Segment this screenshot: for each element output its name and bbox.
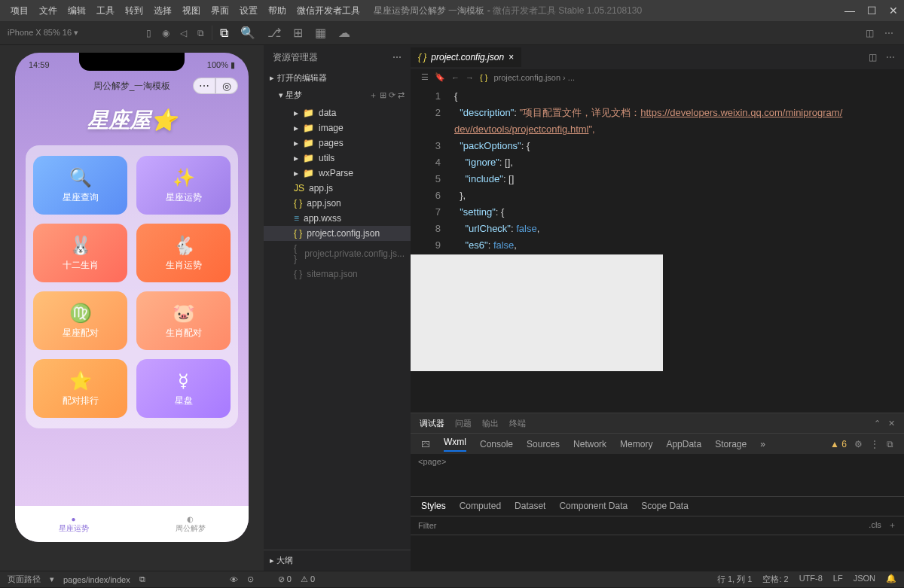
dbg-tab-output[interactable]: 输出 xyxy=(482,418,499,429)
devtab-more-icon[interactable]: » xyxy=(760,439,765,449)
menu-tools[interactable]: 工具 xyxy=(92,3,119,19)
minimize-icon[interactable]: — xyxy=(844,5,855,17)
explorer-icon[interactable]: ⧉ xyxy=(220,26,228,40)
bc-bookmark-icon[interactable]: 🔖 xyxy=(435,72,445,82)
copy-icon[interactable]: ⧉ xyxy=(197,28,204,38)
menu-edit[interactable]: 编辑 xyxy=(63,3,90,19)
split-editor-icon[interactable]: ◫ xyxy=(869,52,877,62)
close-icon[interactable]: ✕ xyxy=(889,5,898,17)
dock-icon[interactable]: ⧉ xyxy=(887,439,893,449)
add-rule-icon[interactable]: ＋ xyxy=(888,520,896,529)
styletab-styles[interactable]: Styles xyxy=(421,501,446,511)
encoding[interactable]: UTF-8 xyxy=(799,574,823,585)
dbg-tab-terminal[interactable]: 终端 xyxy=(509,418,526,429)
devtab-appdata[interactable]: AppData xyxy=(666,439,701,449)
editor-more-icon[interactable]: ⋯ xyxy=(886,52,895,62)
menu-goto[interactable]: 转到 xyxy=(121,3,148,19)
styletab-scope[interactable]: Scope Data xyxy=(641,501,689,511)
devtab-storage[interactable]: Storage xyxy=(715,439,747,449)
bc-menu-icon[interactable]: ☰ xyxy=(421,72,429,82)
mute-icon[interactable]: ◁ xyxy=(180,28,187,38)
page-path[interactable]: pages/index/index xyxy=(63,575,130,584)
code-editor[interactable]: 123456789 { "description": "项目配置文件，详见文档：… xyxy=(411,85,904,413)
card-zodiac-match[interactable]: 🐷生肖配对 xyxy=(136,291,231,350)
tab-fortune[interactable]: ●星座运势 xyxy=(15,506,132,542)
folder-image[interactable]: ▸ 📁image xyxy=(264,120,411,136)
styletab-computed[interactable]: Computed xyxy=(460,501,501,511)
language[interactable]: JSON xyxy=(854,574,875,585)
menu-settings[interactable]: 设置 xyxy=(235,3,262,19)
eye-icon[interactable]: 👁 xyxy=(230,575,238,584)
file-project-private[interactable]: { }project.private.config.js... xyxy=(264,241,411,267)
styletab-dataset[interactable]: Dataset xyxy=(515,501,545,511)
err-icon[interactable]: ⊘ 0 xyxy=(278,574,292,584)
record-icon[interactable]: ◉ xyxy=(162,28,170,38)
styles-filter[interactable]: Filter xyxy=(418,521,436,530)
folder-utils[interactable]: ▸ 📁utils xyxy=(264,151,411,166)
tab-dream[interactable]: ◐周公解梦 xyxy=(132,506,249,542)
capsule-close-icon[interactable]: ◎ xyxy=(215,78,238,94)
file-app-wxss[interactable]: ≡app.wxss xyxy=(264,211,411,226)
devtab-memory[interactable]: Memory xyxy=(620,439,652,449)
devtab-wxml[interactable]: Wxml xyxy=(444,437,466,452)
cursor-pos[interactable]: 行 1, 列 1 xyxy=(717,574,752,585)
bc-back-icon[interactable]: ← xyxy=(451,73,460,82)
styletab-component[interactable]: Component Data xyxy=(559,501,628,511)
bell-icon[interactable]: 🔔 xyxy=(886,574,896,585)
menu-wxdevtools[interactable]: 微信开发者工具 xyxy=(292,3,365,19)
menu-help[interactable]: 帮助 xyxy=(264,3,291,19)
cls-toggle[interactable]: .cls xyxy=(869,520,881,529)
more-icon[interactable]: ⋯ xyxy=(884,28,893,38)
cloud-icon[interactable]: ☁ xyxy=(338,26,350,40)
bc-forward-icon[interactable]: → xyxy=(466,73,474,82)
device-selector[interactable]: iPhone X 85% 16 ▾ xyxy=(0,28,86,38)
file-sitemap[interactable]: { }sitemap.json xyxy=(264,267,411,282)
menu-select[interactable]: 选择 xyxy=(149,3,176,19)
maximize-icon[interactable]: ☐ xyxy=(867,5,877,17)
gear-icon[interactable]: ⚙ xyxy=(854,439,863,449)
folder-wxparse[interactable]: ▸ 📁wxParse xyxy=(264,166,411,181)
devtab-console[interactable]: Console xyxy=(480,439,513,449)
dbg-tab-problems[interactable]: 问题 xyxy=(455,418,472,429)
capsule-menu-icon[interactable]: ⋯ xyxy=(193,78,215,94)
card-twelve-zodiac[interactable]: 🐰十二生肖 xyxy=(33,224,127,282)
tab-close-icon[interactable]: × xyxy=(508,52,514,62)
git-icon[interactable]: ⎇ xyxy=(267,26,281,40)
folder-data[interactable]: ▸ 📁data xyxy=(264,105,411,120)
ext-icon[interactable]: ⊞ xyxy=(293,26,303,40)
close-panel-icon[interactable]: ✕ xyxy=(888,419,895,428)
card-zodiac-fortune[interactable]: ✨星座运势 xyxy=(136,156,231,215)
card-zodiac-query[interactable]: 🔍星座查询 xyxy=(33,156,127,215)
elements-tree[interactable]: <page> xyxy=(411,454,904,496)
card-astrolabe[interactable]: ☿星盘 xyxy=(136,359,231,418)
ext2-icon[interactable]: ▦ xyxy=(315,26,326,40)
project-root[interactable]: ▾ 星梦 ＋ ⊞ ⟳ ⇄ xyxy=(264,87,411,104)
menu-interface[interactable]: 界面 xyxy=(206,3,234,19)
menu-view[interactable]: 视图 xyxy=(178,3,205,19)
chevron-up-icon[interactable]: ⌃ xyxy=(874,419,881,428)
warnings-badge[interactable]: ▲ 6 xyxy=(830,439,847,449)
devtools-more-icon[interactable]: ⋮ xyxy=(870,439,879,449)
editor-tab[interactable]: { } project.config.json × xyxy=(411,47,521,67)
explorer-more-icon[interactable]: ⋯ xyxy=(392,52,402,62)
file-project-config[interactable]: { }project.config.json xyxy=(264,226,411,241)
split-icon[interactable]: ◫ xyxy=(866,28,874,38)
dot-icon[interactable]: ⊙ xyxy=(247,574,254,584)
inspect-icon[interactable]: ⮹ xyxy=(421,439,430,449)
file-app-json[interactable]: { }app.json xyxy=(264,196,411,211)
phone-icon[interactable]: ▯ xyxy=(146,28,151,38)
devtab-sources[interactable]: Sources xyxy=(527,439,560,449)
indent[interactable]: 空格: 2 xyxy=(762,574,788,585)
outline-section[interactable]: ▸ 大纲 xyxy=(264,550,411,571)
devtab-network[interactable]: Network xyxy=(573,439,606,449)
warn-icon[interactable]: ⚠ 0 xyxy=(301,574,315,584)
search-icon[interactable]: 🔍 xyxy=(240,26,255,40)
file-app-js[interactable]: JSapp.js xyxy=(264,181,411,196)
card-match-rank[interactable]: ⭐配对排行 xyxy=(33,359,127,418)
dbg-tab-debugger[interactable]: 调试器 xyxy=(420,418,444,429)
folder-pages[interactable]: ▸ 📁pages xyxy=(264,136,411,151)
menu-project[interactable]: 项目 xyxy=(6,3,33,19)
open-editors-section[interactable]: ▸ 打开的编辑器 xyxy=(264,69,411,87)
card-sign-match[interactable]: ♍星座配对 xyxy=(33,291,127,350)
copy-path-icon[interactable]: ⧉ xyxy=(139,574,145,584)
